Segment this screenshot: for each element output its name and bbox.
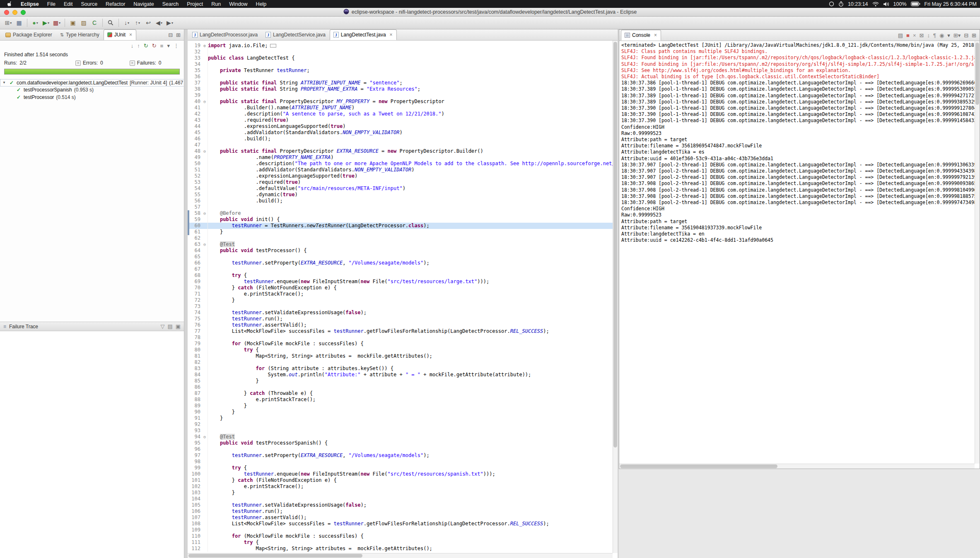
code-text[interactable]: .Builder().name(ATTRIBUTE_INPUT_NAME) xyxy=(208,105,613,111)
code-text[interactable]: for (MockFlowFile mockFile : successFile… xyxy=(208,533,613,539)
code-text[interactable]: public class LangDetectTest { xyxy=(208,55,613,61)
maximize-view-icon[interactable]: ⊞ xyxy=(176,32,181,38)
code-text[interactable]: testRunner.setProperty(EXTRA_RESOURCE, "… xyxy=(208,452,613,459)
code-text[interactable]: testRunner.setProperty(EXTRA_RESOURCE, "… xyxy=(208,260,613,266)
code-line[interactable]: 90 } xyxy=(188,409,613,415)
code-line[interactable]: 66 testRunner.setProperty(EXTRA_RESOURCE… xyxy=(188,260,613,266)
code-line[interactable]: 58⊖ @Before xyxy=(188,210,613,216)
code-text[interactable]: Map<String, String> attributes = mockFil… xyxy=(208,353,613,359)
code-line[interactable]: 53 .required(true) xyxy=(188,179,613,185)
code-line[interactable]: 99 try { xyxy=(188,465,613,471)
code-line[interactable]: 93 xyxy=(188,428,613,434)
code-text[interactable]: .description("A sentence to parse, such … xyxy=(208,111,613,117)
pin-console-icon[interactable]: ◉ xyxy=(939,33,944,38)
code-text[interactable]: public static final PropertyDescriptor E… xyxy=(208,148,613,154)
code-text[interactable]: .dynamic(true) xyxy=(208,192,613,198)
code-text[interactable]: try { xyxy=(208,465,613,471)
test-result-row[interactable]: ▼✓com.dataflowdeveloper.langdetect.LangD… xyxy=(0,79,184,87)
code-text[interactable] xyxy=(208,428,613,434)
test-result-row[interactable]: ✓testProcessorSpanish (0.953 s) xyxy=(0,87,96,94)
code-line[interactable]: 107 testRunner.assertValid(); xyxy=(188,515,613,521)
code-line[interactable]: 91 } xyxy=(188,415,613,421)
code-text[interactable]: } catch (FileNotFoundException e) { xyxy=(208,477,613,483)
code-text[interactable]: e.printStackTrace(); xyxy=(208,483,613,490)
code-line[interactable]: 68 try { xyxy=(188,272,613,279)
code-text[interactable] xyxy=(208,496,613,502)
terminate-icon[interactable]: ■ xyxy=(906,33,910,38)
code-text[interactable]: } xyxy=(208,490,613,496)
forward-icon[interactable]: ▶▾ xyxy=(165,18,175,28)
remove-launch-icon[interactable]: × xyxy=(913,33,916,38)
code-text[interactable]: testRunner.assertValid(); xyxy=(208,322,613,328)
code-text[interactable]: @Test xyxy=(208,241,613,248)
code-text[interactable]: @Test xyxy=(208,434,613,440)
editor-vertical-scrollbar[interactable] xyxy=(613,41,618,553)
menubar-clock[interactable]: Fri May 25 6:30:44 PM xyxy=(924,1,977,7)
code-line[interactable]: 110 for (MockFlowFile mockFile : success… xyxy=(188,533,613,539)
fold-collapse-icon[interactable]: ⊖ xyxy=(202,99,208,105)
menu-refactor[interactable]: Refactor xyxy=(101,1,129,7)
code-line[interactable]: 76 testRunner.assertValid(); xyxy=(188,322,613,328)
code-line[interactable]: 103 } xyxy=(188,490,613,496)
code-text[interactable]: try { xyxy=(208,347,613,353)
wifi-icon[interactable] xyxy=(872,2,879,7)
sash-left[interactable] xyxy=(184,29,188,558)
code-line[interactable]: 88 e.printStackTrace(); xyxy=(188,397,613,403)
menu-window[interactable]: Window xyxy=(225,1,251,7)
code-line[interactable]: 61 } xyxy=(188,229,613,235)
run-icon[interactable]: ▶▾ xyxy=(41,18,51,28)
code-text[interactable]: .addValidator(StandardValidators.NON_EMP… xyxy=(208,167,613,173)
test-run-history-icon[interactable]: ▾ xyxy=(167,43,170,48)
code-text[interactable]: public static final String ATTRIBUTE_INP… xyxy=(208,80,613,86)
code-text[interactable]: public void init() { xyxy=(208,216,613,223)
code-line[interactable]: 89 } xyxy=(188,403,613,409)
code-line[interactable]: 101 } catch (FileNotFoundException e) { xyxy=(188,477,613,483)
code-line[interactable]: 82 xyxy=(188,359,613,366)
code-line[interactable]: 100 testRunner.enqueue(new FileInputStre… xyxy=(188,471,613,477)
code-line[interactable]: 67 xyxy=(188,266,613,272)
code-text[interactable]: testRunner.run(); xyxy=(208,316,613,322)
code-line[interactable]: 52 .expressionLanguageSupported(true) xyxy=(188,173,613,179)
code-line[interactable]: 44 .expressionLanguageSupported(true) xyxy=(188,123,613,130)
code-text[interactable]: .build(); xyxy=(208,136,613,142)
show-trace-in-console-icon[interactable]: ▤ xyxy=(167,324,172,329)
collapsed-region-icon[interactable] xyxy=(270,44,276,48)
code-text[interactable]: } xyxy=(208,378,613,384)
code-text[interactable]: testRunner.assertValid(); xyxy=(208,515,613,521)
code-line[interactable]: 111 try { xyxy=(188,539,613,546)
fold-collapse-icon[interactable]: ⊖ xyxy=(202,241,208,248)
code-line[interactable]: 74 testRunner.setValidateExpressionUsage… xyxy=(188,310,613,316)
code-text[interactable] xyxy=(208,459,613,465)
code-line[interactable]: 62 xyxy=(188,235,613,241)
code-text[interactable] xyxy=(208,421,613,428)
fold-collapse-icon[interactable]: ⊖ xyxy=(202,210,208,216)
code-text[interactable]: testRunner = TestRunners.newTestRunner(L… xyxy=(208,223,613,229)
code-line[interactable]: 84 System.out.println("Attribute:" + att… xyxy=(188,372,613,378)
code-text[interactable]: public static final String PROPERTY_NAME… xyxy=(208,86,613,92)
previous-annotation-icon[interactable]: ↑▾ xyxy=(133,18,142,28)
code-text[interactable]: .name(PROPERTY_NAME_EXTRA) xyxy=(208,154,613,161)
menu-eclipse[interactable]: Eclipse xyxy=(17,1,43,7)
close-tab-icon[interactable]: × xyxy=(390,32,393,38)
code-text[interactable] xyxy=(208,142,613,148)
code-text[interactable]: } xyxy=(208,297,613,303)
battery-icon[interactable] xyxy=(911,2,920,6)
close-tab-icon[interactable]: × xyxy=(129,32,132,38)
previous-failed-test-icon[interactable]: ↑ xyxy=(137,43,140,48)
menu-run[interactable]: Run xyxy=(207,1,225,7)
code-text[interactable]: public void testProcessorSpanish() { xyxy=(208,440,613,446)
code-text[interactable]: testRunner.setValidateExpressionUsage(fa… xyxy=(208,310,613,316)
new-class-icon[interactable]: C xyxy=(89,18,99,28)
word-wrap-icon[interactable]: ¶ xyxy=(933,33,936,38)
code-line[interactable]: 59 public void init() { xyxy=(188,216,613,223)
code-line[interactable]: 98 xyxy=(188,459,613,465)
junit-test-tree[interactable]: ▼✓com.dataflowdeveloper.langdetect.LangD… xyxy=(0,76,184,101)
code-text[interactable] xyxy=(208,446,613,452)
code-line[interactable]: 46 .build(); xyxy=(188,136,613,142)
scrollbar-thumb[interactable] xyxy=(620,464,777,468)
search-icon[interactable] xyxy=(106,18,116,28)
volume-icon[interactable] xyxy=(883,2,889,7)
code-line[interactable]: 96 xyxy=(188,446,613,452)
stop-test-icon[interactable]: ■ xyxy=(160,43,164,48)
code-text[interactable]: .expressionLanguageSupported(true) xyxy=(208,123,613,130)
